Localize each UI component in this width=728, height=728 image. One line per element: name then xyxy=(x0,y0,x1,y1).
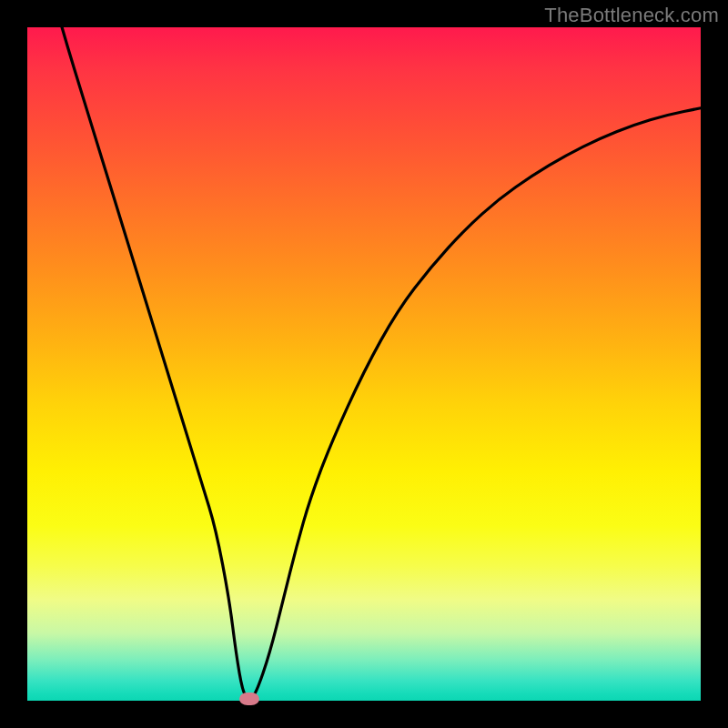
plot-area xyxy=(27,27,701,701)
watermark-text: TheBottleneck.com xyxy=(544,4,719,27)
optimal-marker xyxy=(239,693,259,705)
bottleneck-curve xyxy=(27,27,701,701)
curve-path xyxy=(55,0,701,698)
chart-frame: TheBottleneck.com xyxy=(0,0,728,728)
